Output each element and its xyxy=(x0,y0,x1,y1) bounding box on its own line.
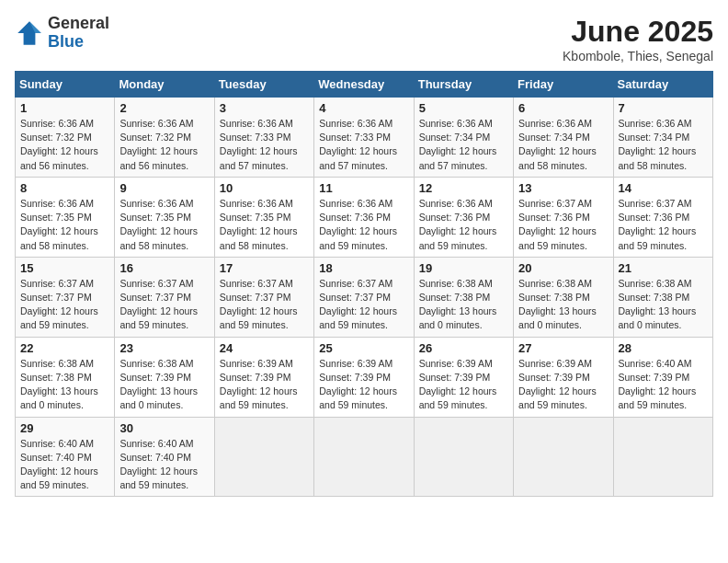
table-row: 7Sunrise: 6:36 AMSunset: 7:34 PMDaylight… xyxy=(613,98,712,178)
day-info: Sunrise: 6:36 AMSunset: 7:34 PMDaylight:… xyxy=(619,118,697,171)
day-number: 26 xyxy=(419,341,508,355)
table-row: 30Sunrise: 6:40 AMSunset: 7:40 PMDayligh… xyxy=(115,417,214,497)
day-info: Sunrise: 6:36 AMSunset: 7:34 PMDaylight:… xyxy=(419,118,497,171)
day-info: Sunrise: 6:36 AMSunset: 7:34 PMDaylight:… xyxy=(518,118,597,171)
table-row: 22Sunrise: 6:38 AMSunset: 7:38 PMDayligh… xyxy=(16,337,115,417)
table-row: 1Sunrise: 6:36 AMSunset: 7:32 PMDaylight… xyxy=(16,98,115,178)
calendar-title: June 2025 xyxy=(563,15,713,49)
table-row xyxy=(314,417,414,497)
day-info: Sunrise: 6:36 AMSunset: 7:32 PMDaylight:… xyxy=(119,118,198,171)
day-number: 12 xyxy=(419,181,508,195)
logo-text: General Blue xyxy=(48,15,109,52)
day-number: 3 xyxy=(220,101,309,115)
table-row: 29Sunrise: 6:40 AMSunset: 7:40 PMDayligh… xyxy=(16,417,115,497)
table-row: 18Sunrise: 6:37 AMSunset: 7:37 PMDayligh… xyxy=(314,257,414,337)
table-row: 21Sunrise: 6:38 AMSunset: 7:38 PMDayligh… xyxy=(613,257,712,337)
col-sunday: Sunday xyxy=(16,72,115,98)
table-row: 20Sunrise: 6:38 AMSunset: 7:38 PMDayligh… xyxy=(514,257,613,337)
day-number: 14 xyxy=(619,181,708,195)
table-row: 28Sunrise: 6:40 AMSunset: 7:39 PMDayligh… xyxy=(613,337,712,417)
col-wednesday: Wednesday xyxy=(314,72,414,98)
day-number: 21 xyxy=(619,261,708,275)
day-info: Sunrise: 6:37 AMSunset: 7:36 PMDaylight:… xyxy=(518,198,597,251)
day-info: Sunrise: 6:36 AMSunset: 7:33 PMDaylight:… xyxy=(220,118,298,171)
table-row: 16Sunrise: 6:37 AMSunset: 7:37 PMDayligh… xyxy=(115,257,214,337)
table-row: 15Sunrise: 6:37 AMSunset: 7:37 PMDayligh… xyxy=(16,257,115,337)
day-info: Sunrise: 6:36 AMSunset: 7:32 PMDaylight:… xyxy=(20,118,98,171)
calendar-week-row: 15Sunrise: 6:37 AMSunset: 7:37 PMDayligh… xyxy=(16,257,713,337)
page-header: General Blue June 2025 Kbombole, Thies, … xyxy=(15,15,713,63)
day-info: Sunrise: 6:37 AMSunset: 7:37 PMDaylight:… xyxy=(20,278,98,331)
day-number: 30 xyxy=(119,421,209,435)
day-info: Sunrise: 6:36 AMSunset: 7:35 PMDaylight:… xyxy=(119,198,198,251)
day-info: Sunrise: 6:40 AMSunset: 7:40 PMDaylight:… xyxy=(119,438,198,491)
table-row: 10Sunrise: 6:36 AMSunset: 7:35 PMDayligh… xyxy=(214,177,313,257)
table-row: 13Sunrise: 6:37 AMSunset: 7:36 PMDayligh… xyxy=(514,177,613,257)
day-number: 7 xyxy=(619,101,708,115)
day-info: Sunrise: 6:38 AMSunset: 7:38 PMDaylight:… xyxy=(518,278,597,331)
table-row: 24Sunrise: 6:39 AMSunset: 7:39 PMDayligh… xyxy=(214,337,313,417)
day-number: 11 xyxy=(319,181,408,195)
day-number: 23 xyxy=(119,341,209,355)
table-row: 25Sunrise: 6:39 AMSunset: 7:39 PMDayligh… xyxy=(314,337,414,417)
day-number: 29 xyxy=(20,421,109,435)
table-row: 14Sunrise: 6:37 AMSunset: 7:36 PMDayligh… xyxy=(613,177,712,257)
day-number: 5 xyxy=(419,101,508,115)
table-row xyxy=(414,417,513,497)
day-number: 8 xyxy=(20,181,109,195)
table-row xyxy=(514,417,613,497)
day-number: 17 xyxy=(220,261,309,275)
table-row: 27Sunrise: 6:39 AMSunset: 7:39 PMDayligh… xyxy=(514,337,613,417)
table-row xyxy=(214,417,313,497)
day-info: Sunrise: 6:36 AMSunset: 7:36 PMDaylight:… xyxy=(319,198,397,251)
day-info: Sunrise: 6:37 AMSunset: 7:37 PMDaylight:… xyxy=(119,278,198,331)
day-info: Sunrise: 6:38 AMSunset: 7:38 PMDaylight:… xyxy=(20,358,98,411)
col-saturday: Saturday xyxy=(613,72,712,98)
day-info: Sunrise: 6:38 AMSunset: 7:38 PMDaylight:… xyxy=(419,278,497,331)
day-info: Sunrise: 6:38 AMSunset: 7:38 PMDaylight:… xyxy=(619,278,697,331)
day-info: Sunrise: 6:36 AMSunset: 7:36 PMDaylight:… xyxy=(419,198,497,251)
calendar-week-row: 22Sunrise: 6:38 AMSunset: 7:38 PMDayligh… xyxy=(16,337,713,417)
day-info: Sunrise: 6:36 AMSunset: 7:33 PMDaylight:… xyxy=(319,118,397,171)
day-info: Sunrise: 6:36 AMSunset: 7:35 PMDaylight:… xyxy=(220,198,298,251)
table-row: 9Sunrise: 6:36 AMSunset: 7:35 PMDaylight… xyxy=(115,177,214,257)
day-number: 20 xyxy=(518,261,608,275)
day-info: Sunrise: 6:39 AMSunset: 7:39 PMDaylight:… xyxy=(518,358,597,411)
header-row: Sunday Monday Tuesday Wednesday Thursday… xyxy=(16,72,713,98)
logo-general-text: General xyxy=(48,15,109,33)
calendar-table: Sunday Monday Tuesday Wednesday Thursday… xyxy=(15,71,713,497)
logo: General Blue xyxy=(15,15,109,52)
table-row: 11Sunrise: 6:36 AMSunset: 7:36 PMDayligh… xyxy=(314,177,414,257)
day-number: 16 xyxy=(119,261,209,275)
day-number: 24 xyxy=(220,341,309,355)
table-row: 23Sunrise: 6:38 AMSunset: 7:39 PMDayligh… xyxy=(115,337,214,417)
day-number: 25 xyxy=(319,341,408,355)
table-row: 3Sunrise: 6:36 AMSunset: 7:33 PMDaylight… xyxy=(214,98,313,178)
day-info: Sunrise: 6:36 AMSunset: 7:35 PMDaylight:… xyxy=(20,198,98,251)
calendar-week-row: 29Sunrise: 6:40 AMSunset: 7:40 PMDayligh… xyxy=(16,417,713,497)
table-row: 4Sunrise: 6:36 AMSunset: 7:33 PMDaylight… xyxy=(314,98,414,178)
day-number: 10 xyxy=(220,181,309,195)
table-row: 17Sunrise: 6:37 AMSunset: 7:37 PMDayligh… xyxy=(214,257,313,337)
logo-blue-text: Blue xyxy=(48,33,109,52)
day-info: Sunrise: 6:39 AMSunset: 7:39 PMDaylight:… xyxy=(220,358,298,411)
day-info: Sunrise: 6:39 AMSunset: 7:39 PMDaylight:… xyxy=(319,358,397,411)
day-number: 19 xyxy=(419,261,508,275)
col-thursday: Thursday xyxy=(414,72,513,98)
table-row: 12Sunrise: 6:36 AMSunset: 7:36 PMDayligh… xyxy=(414,177,513,257)
calendar-subtitle: Kbombole, Thies, Senegal xyxy=(563,49,713,63)
day-number: 9 xyxy=(119,181,209,195)
day-info: Sunrise: 6:39 AMSunset: 7:39 PMDaylight:… xyxy=(419,358,497,411)
day-info: Sunrise: 6:37 AMSunset: 7:37 PMDaylight:… xyxy=(319,278,397,331)
table-row xyxy=(613,417,712,497)
table-row: 26Sunrise: 6:39 AMSunset: 7:39 PMDayligh… xyxy=(414,337,513,417)
day-info: Sunrise: 6:40 AMSunset: 7:39 PMDaylight:… xyxy=(619,358,697,411)
day-number: 18 xyxy=(319,261,408,275)
day-number: 27 xyxy=(518,341,608,355)
col-tuesday: Tuesday xyxy=(214,72,313,98)
table-row: 2Sunrise: 6:36 AMSunset: 7:32 PMDaylight… xyxy=(115,98,214,178)
calendar-week-row: 8Sunrise: 6:36 AMSunset: 7:35 PMDaylight… xyxy=(16,177,713,257)
table-row: 19Sunrise: 6:38 AMSunset: 7:38 PMDayligh… xyxy=(414,257,513,337)
table-row: 8Sunrise: 6:36 AMSunset: 7:35 PMDaylight… xyxy=(16,177,115,257)
logo-icon xyxy=(15,18,44,48)
